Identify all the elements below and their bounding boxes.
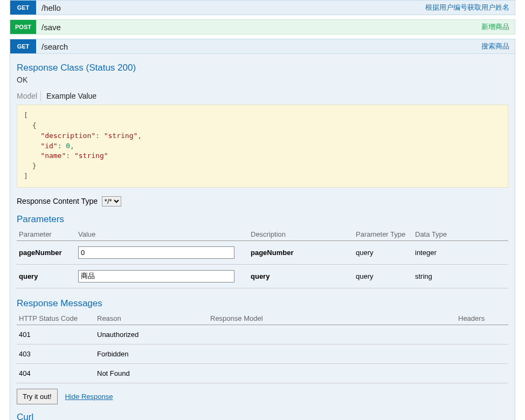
reason: Unauthorized — [95, 325, 208, 344]
param-name: query — [17, 264, 76, 288]
param-description: query — [248, 264, 354, 288]
hide-response-link[interactable]: Hide Response — [65, 393, 113, 401]
col-value: Value — [76, 227, 248, 241]
curl-title: Curl — [17, 412, 508, 420]
endpoint-description: 新增商品 — [481, 22, 509, 32]
parameter-row: pageNumber pageNumber query integer — [17, 240, 508, 264]
param-type: query — [354, 240, 413, 264]
response-messages-table: HTTP Status Code Reason Response Model H… — [17, 311, 508, 383]
tab-example-value[interactable]: Example Value — [46, 91, 100, 101]
response-messages-title: Response Messages — [17, 298, 508, 309]
response-class-title: Response Class (Status 200) — [17, 63, 508, 73]
response-message-row: 403 Forbidden — [17, 344, 508, 363]
status-code: 403 — [17, 344, 95, 363]
col-data-type: Data Type — [413, 227, 508, 241]
endpoint-path: /save — [42, 23, 481, 32]
endpoint-row-save[interactable]: POST /save 新增商品 — [10, 19, 515, 35]
endpoint-path: /hello — [42, 3, 425, 12]
parameters-table: Parameter Value Description Parameter Ty… — [17, 227, 508, 288]
try-it-out-button[interactable]: Try it out! — [17, 389, 58, 404]
col-parameter: Parameter — [17, 227, 76, 241]
col-reason: Reason — [95, 311, 208, 325]
col-headers: Headers — [456, 311, 508, 325]
response-message-row: 404 Not Found — [17, 363, 508, 383]
param-type: query — [354, 264, 413, 288]
tab-model[interactable]: Model — [17, 91, 41, 101]
parameters-title: Parameters — [17, 214, 508, 225]
status-code: 401 — [17, 325, 95, 344]
reason: Not Found — [95, 363, 208, 383]
param-data-type: string — [413, 264, 508, 288]
operation-details-panel: Response Class (Status 200) OK Model Exa… — [10, 54, 515, 420]
method-badge-post: POST — [10, 20, 36, 34]
endpoint-description: 搜索商品 — [481, 42, 509, 51]
endpoint-description: 根据用户编号获取用户姓名 — [425, 3, 509, 12]
method-badge-get: GET — [10, 1, 36, 15]
col-parameter-type: Parameter Type — [354, 227, 413, 241]
action-row: Try it out! Hide Response — [17, 389, 508, 404]
param-value-input[interactable] — [78, 246, 234, 259]
response-content-type-select[interactable]: */* — [102, 196, 121, 206]
endpoint-row-search[interactable]: GET /search 搜索商品 — [10, 39, 515, 54]
param-description: pageNumber — [248, 240, 354, 264]
endpoint-path: /search — [42, 42, 481, 51]
parameter-row: query query query string — [17, 264, 508, 288]
reason: Forbidden — [95, 344, 208, 363]
method-badge-get: GET — [10, 39, 36, 53]
col-response-model: Response Model — [208, 311, 456, 325]
endpoint-row-hello[interactable]: GET /hello 根据用户编号获取用户姓名 — [10, 0, 515, 15]
response-tabs: Model Example Value — [17, 91, 508, 101]
col-description: Description — [248, 227, 354, 241]
example-value-code[interactable]: [ { "description": "string", "id": 0, "n… — [17, 105, 508, 188]
param-name: pageNumber — [17, 240, 76, 264]
response-content-type-row: Response Content Type */* — [17, 196, 508, 206]
param-data-type: integer — [413, 240, 508, 264]
col-status-code: HTTP Status Code — [17, 311, 95, 325]
param-value-input[interactable] — [78, 270, 234, 283]
status-code: 404 — [17, 363, 95, 383]
response-message-row: 401 Unauthorized — [17, 325, 508, 344]
response-status-text: OK — [17, 75, 508, 84]
response-content-type-label: Response Content Type — [17, 197, 98, 205]
